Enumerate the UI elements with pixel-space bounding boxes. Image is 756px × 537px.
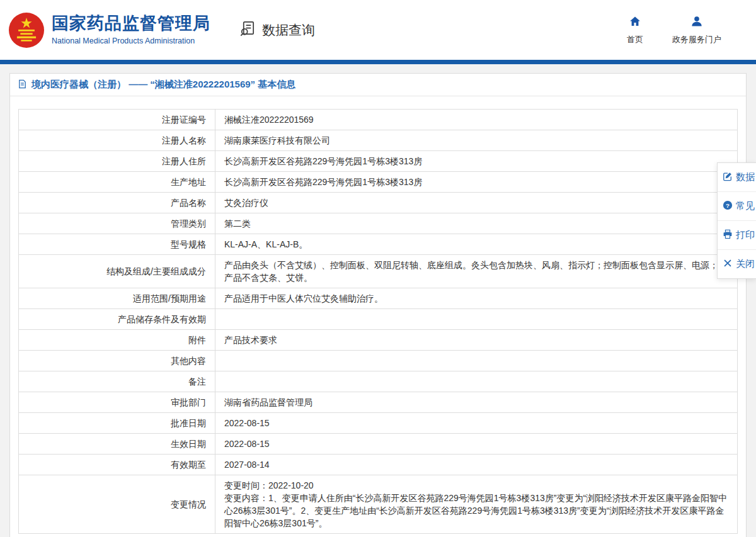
floating-toolbar: 数据 ? 常见 打印 关闭 [717, 162, 756, 279]
header-nav: 首页 政务服务门户 [627, 15, 721, 45]
row-label: 审批部门 [19, 392, 215, 413]
row-value: 湖南省药品监督管理局 [215, 392, 738, 413]
row-label: 产品储存条件及有效期 [19, 309, 215, 330]
brand-block[interactable]: 国家药品监督管理局 National Medical Products Admi… [52, 14, 210, 45]
row-value: KL-AJ-A、KL-AJ-B。 [215, 234, 738, 255]
page-title: 境内医疗器械（注册） —— “湘械注准20222201569” 基本信息 [32, 79, 295, 91]
table-row: 附件产品技术要求 [19, 330, 738, 351]
main-content: 境内医疗器械（注册） —— “湘械注准20222201569” 基本信息 注册证… [0, 64, 756, 537]
info-table-body: 注册证编号湘械注准20222201569注册人名称湖南康莱医疗科技有限公司注册人… [19, 110, 738, 534]
nav-home-label: 首页 [627, 34, 643, 45]
toolbar-feedback-label: 数据 [736, 171, 755, 183]
row-label: 结构及组成/主要组成成分 [19, 255, 215, 288]
table-row: 批准日期2022-08-15 [19, 413, 738, 434]
close-icon [723, 258, 733, 270]
brand-name-cn: 国家药品监督管理局 [52, 14, 210, 33]
toolbar-item-feedback[interactable]: 数据 [718, 163, 756, 192]
row-label: 有效期至 [19, 455, 215, 475]
table-row: 注册证编号湘械注准20222201569 [19, 110, 738, 130]
table-row: 备注 [19, 371, 738, 392]
table-row: 型号规格KL-AJ-A、KL-AJ-B。 [19, 234, 738, 255]
row-label: 生产地址 [19, 172, 215, 193]
row-label: 批准日期 [19, 413, 215, 434]
row-label: 管理类别 [19, 213, 215, 234]
edit-icon [723, 171, 733, 183]
row-value: 2022-08-15 [215, 413, 738, 434]
info-panel: 境内医疗器械（注册） —— “湘械注准20222201569” 基本信息 注册证… [9, 73, 747, 537]
page-title-bar: 境内医疗器械（注册） —— “湘械注准20222201569” 基本信息 [10, 74, 746, 96]
row-value: 艾灸治疗仪 [215, 193, 738, 213]
row-value: 变更时间：2022-10-20 变更内容：1、变更申请人住所由“长沙高新开发区谷… [215, 475, 738, 534]
toolbar-faq-label: 常见 [736, 200, 755, 212]
row-label: 注册人名称 [19, 130, 215, 151]
header-divider-bar [0, 60, 756, 64]
table-row: 管理类别第二类 [19, 213, 738, 234]
home-icon [629, 15, 641, 30]
table-row: 审批部门湖南省药品监督管理局 [19, 392, 738, 413]
table-wrap: 注册证编号湘械注准20222201569注册人名称湖南康莱医疗科技有限公司注册人… [10, 96, 746, 537]
table-row: 生产地址长沙高新开发区谷苑路229号海凭园1号栋3楼313房 [19, 172, 738, 193]
row-label: 注册人住所 [19, 151, 215, 172]
row-value: 2022-08-15 [215, 434, 738, 455]
row-value [215, 351, 738, 371]
row-value [215, 309, 738, 330]
row-label: 生效日期 [19, 434, 215, 455]
data-query-icon [239, 20, 256, 40]
national-emblem-icon [9, 39, 44, 50]
registration-info-table: 注册证编号湘械注准20222201569注册人名称湖南康莱医疗科技有限公司注册人… [18, 109, 738, 534]
table-row: 其他内容 [19, 351, 738, 371]
printer-icon [723, 229, 733, 241]
site-header: 国家药品监督管理局 National Medical Products Admi… [0, 0, 756, 60]
nmpa-logo[interactable] [9, 13, 44, 48]
row-label: 注册证编号 [19, 110, 215, 130]
row-value: 2027-08-14 [215, 455, 738, 475]
toolbar-close-label: 关闭 [736, 258, 755, 270]
row-label: 附件 [19, 330, 215, 351]
table-row: 产品名称艾灸治疗仪 [19, 193, 738, 213]
toolbar-item-faq[interactable]: ? 常见 [718, 192, 756, 221]
question-icon: ? [723, 200, 733, 212]
row-value: 湖南康莱医疗科技有限公司 [215, 130, 738, 151]
row-value: 产品适用于中医人体穴位艾灸辅助治疗。 [215, 288, 738, 309]
row-value: 产品技术要求 [215, 330, 738, 351]
nav-portal-label: 政务服务门户 [672, 34, 721, 45]
toolbar-print-label: 打印 [736, 229, 755, 241]
nav-item-portal[interactable]: 政务服务门户 [672, 15, 721, 45]
nav-item-home[interactable]: 首页 [627, 15, 643, 45]
row-value: 第二类 [215, 213, 738, 234]
table-row: 产品储存条件及有效期 [19, 309, 738, 330]
table-row: 变更情况变更时间：2022-10-20 变更内容：1、变更申请人住所由“长沙高新… [19, 475, 738, 534]
row-value [215, 371, 738, 392]
row-label: 型号规格 [19, 234, 215, 255]
row-value: 湘械注准20222201569 [215, 110, 738, 130]
row-label: 产品名称 [19, 193, 215, 213]
row-value: 产品由灸头（不含艾绒）、控制面板、双阻尼转轴、底座组成。灸头包含加热块、风扇、指… [215, 255, 738, 288]
table-row: 适用范围/预期用途产品适用于中医人体穴位艾灸辅助治疗。 [19, 288, 738, 309]
brand-name-en: National Medical Products Administration [52, 37, 210, 45]
toolbar-item-print[interactable]: 打印 [718, 221, 756, 250]
user-icon [690, 15, 703, 30]
row-value: 长沙高新开发区谷苑路229号海凭园1号栋3楼313房 [215, 172, 738, 193]
table-row: 结构及组成/主要组成成分产品由灸头（不含艾绒）、控制面板、双阻尼转轴、底座组成。… [19, 255, 738, 288]
table-row: 生效日期2022-08-15 [19, 434, 738, 455]
table-row: 注册人名称湖南康莱医疗科技有限公司 [19, 130, 738, 151]
row-label: 备注 [19, 371, 215, 392]
section-title-text: 数据查询 [262, 21, 315, 39]
table-row: 有效期至2027-08-14 [19, 455, 738, 475]
document-icon [18, 79, 27, 91]
row-value: 长沙高新开发区谷苑路229号海凭园1号栋3楼313房 [215, 151, 738, 172]
section-title: 数据查询 [239, 20, 315, 40]
row-label: 适用范围/预期用途 [19, 288, 215, 309]
toolbar-item-close[interactable]: 关闭 [718, 250, 756, 278]
row-label: 其他内容 [19, 351, 215, 371]
svg-text:?: ? [726, 202, 730, 209]
table-row: 注册人住所长沙高新开发区谷苑路229号海凭园1号栋3楼313房 [19, 151, 738, 172]
row-label: 变更情况 [19, 475, 215, 534]
